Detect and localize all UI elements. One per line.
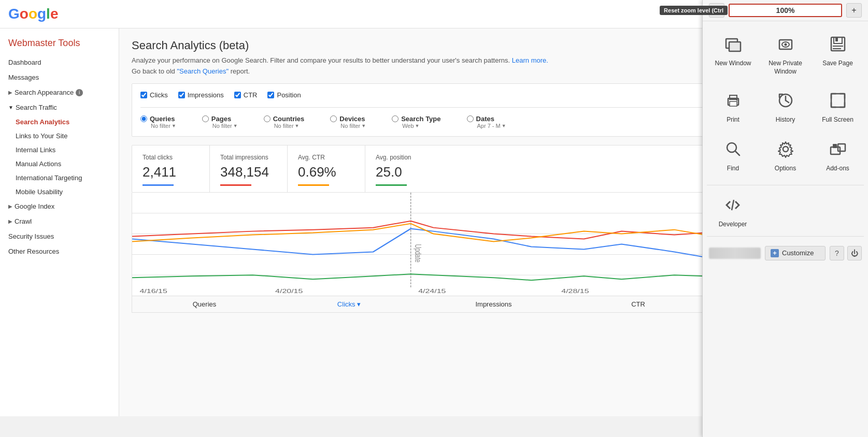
table-col-impressions[interactable]: Impressions bbox=[421, 300, 566, 308]
radio-pages[interactable] bbox=[202, 115, 209, 122]
radio-queries[interactable] bbox=[140, 115, 147, 122]
sidebar-item-mobile-usability[interactable]: Mobile Usability bbox=[0, 185, 119, 199]
svg-rect-18 bbox=[835, 37, 838, 41]
popup-item-add-ons[interactable]: Add-ons bbox=[812, 130, 864, 179]
google-logo: Google bbox=[8, 6, 58, 22]
popup-options-label: Options bbox=[775, 165, 796, 173]
sidebar-label-search-traffic: Search Traffic bbox=[16, 104, 57, 111]
customize-button[interactable]: + Customize bbox=[765, 246, 826, 260]
popup-item-new-private-window[interactable]: New Private Window bbox=[759, 25, 812, 82]
devices-dropdown-arrow: ▼ bbox=[361, 123, 366, 128]
radio-group-search-type: Search Type Web ▼ bbox=[392, 115, 440, 129]
search-type-filter[interactable]: Web ▼ bbox=[402, 123, 419, 129]
table-col-queries[interactable]: Queries bbox=[132, 300, 277, 308]
svg-text:Update: Update bbox=[414, 244, 423, 263]
stat-clicks-label: Total clicks bbox=[143, 154, 199, 161]
stat-avg-ctr: Avg. CTR 0.69% bbox=[288, 145, 365, 192]
radio-dates[interactable] bbox=[467, 115, 474, 122]
pages-filter[interactable]: No filter ▼ bbox=[212, 123, 238, 129]
sidebar-item-international-targeting[interactable]: International Targeting bbox=[0, 171, 119, 185]
queries-filter[interactable]: No filter ▼ bbox=[151, 123, 176, 129]
radio-search-type[interactable] bbox=[392, 115, 399, 122]
add-ons-icon bbox=[826, 137, 850, 162]
countries-dropdown-arrow: ▼ bbox=[295, 123, 300, 128]
sidebar-label-manual-actions: Manual Actions bbox=[16, 160, 61, 168]
popup-item-find[interactable]: Find bbox=[707, 130, 759, 179]
zoom-display[interactable]: 100% Reset zoom level (Ctrl bbox=[729, 4, 842, 17]
sidebar-item-manual-actions[interactable]: Manual Actions bbox=[0, 157, 119, 171]
print-icon bbox=[721, 88, 746, 113]
search-queries-link[interactable]: "Search Queries" bbox=[177, 67, 229, 75]
stat-position-label: Avg. position bbox=[376, 154, 433, 161]
sidebar-item-crawl[interactable]: ▶ Crawl bbox=[0, 214, 119, 229]
dates-filter[interactable]: Apr 7 - M ▼ bbox=[477, 123, 506, 129]
popup-item-history[interactable]: History bbox=[759, 82, 812, 130]
sidebar-label-international-targeting: International Targeting bbox=[16, 174, 82, 182]
new-private-window-icon bbox=[773, 32, 798, 56]
popup-divider bbox=[707, 185, 864, 185]
sidebar-item-search-traffic[interactable]: ▼ Search Traffic bbox=[0, 100, 119, 115]
sidebar-item-internal-links[interactable]: Internal Links bbox=[0, 143, 119, 157]
sidebar-item-security-issues[interactable]: Security Issues bbox=[0, 229, 119, 244]
zoom-value: 100% bbox=[776, 6, 795, 14]
zoom-decrease-button[interactable]: − bbox=[709, 3, 724, 18]
sidebar-item-search-analytics[interactable]: Search Analytics bbox=[0, 115, 119, 129]
popup-zoom-row: − 100% Reset zoom level (Ctrl + bbox=[703, 0, 868, 21]
sidebar-brand[interactable]: Webmaster Tools bbox=[0, 34, 119, 55]
sidebar-label-mobile-usability: Mobile Usability bbox=[16, 188, 63, 196]
checkbox-clicks[interactable]: Clicks bbox=[140, 91, 168, 99]
sidebar-label-security-issues: Security Issues bbox=[8, 232, 54, 240]
popup-full-screen-label: Full Screen bbox=[822, 116, 853, 124]
popup-grid: New Window New Private Window bbox=[703, 21, 868, 183]
arrow-right-google-index-icon: ▶ bbox=[8, 203, 12, 209]
popup-item-new-window[interactable]: New Window bbox=[707, 25, 759, 82]
radio-countries-label: Countries bbox=[273, 115, 305, 123]
power-button[interactable]: ⏻ bbox=[847, 246, 862, 260]
popup-item-print[interactable]: Print bbox=[707, 82, 759, 130]
stat-ctr-label: Avg. CTR bbox=[298, 154, 354, 161]
sidebar-item-google-index[interactable]: ▶ Google Index bbox=[0, 199, 119, 214]
radio-countries[interactable] bbox=[264, 115, 271, 122]
zoom-increase-button[interactable]: + bbox=[846, 3, 862, 18]
stat-clicks-underline bbox=[143, 184, 174, 186]
table-col-clicks[interactable]: Clicks ▾ bbox=[277, 300, 421, 308]
checkbox-impressions[interactable]: Impressions bbox=[178, 91, 224, 99]
learn-more-link[interactable]: Learn more. bbox=[512, 56, 548, 64]
sidebar: Webmaster Tools Dashboard Messages ▶ Sea… bbox=[0, 28, 119, 416]
checkbox-ctr-label: CTR bbox=[244, 91, 258, 99]
page-desc-text: Analyze your performance on Google Searc… bbox=[132, 56, 510, 64]
sidebar-item-other-resources[interactable]: Other Resources bbox=[0, 244, 119, 259]
svg-text:4/20/15: 4/20/15 bbox=[275, 288, 303, 294]
radio-devices[interactable] bbox=[330, 115, 337, 122]
checkbox-ctr[interactable]: CTR bbox=[234, 91, 258, 99]
popup-item-full-screen[interactable]: Full Screen bbox=[812, 82, 864, 130]
popup-item-developer[interactable]: Developer bbox=[707, 187, 759, 234]
info-icon: i bbox=[76, 89, 83, 96]
svg-line-35 bbox=[732, 200, 734, 210]
svg-line-30 bbox=[735, 151, 739, 155]
svg-point-24 bbox=[736, 99, 737, 101]
radio-group-queries: Queries No filter ▼ bbox=[140, 115, 176, 129]
developer-icon bbox=[720, 193, 745, 217]
dates-dropdown-arrow: ▼ bbox=[502, 123, 506, 128]
options-icon bbox=[773, 137, 798, 162]
table-col-ctr[interactable]: CTR bbox=[566, 300, 710, 308]
checkbox-position[interactable]: Position bbox=[267, 91, 301, 99]
svg-point-15 bbox=[784, 43, 787, 46]
devices-filter[interactable]: No filter ▼ bbox=[340, 123, 366, 129]
popup-item-options[interactable]: Options bbox=[759, 130, 812, 179]
sidebar-item-dashboard[interactable]: Dashboard bbox=[0, 55, 119, 70]
countries-filter[interactable]: No filter ▼ bbox=[274, 123, 300, 129]
arrow-right-crawl-icon: ▶ bbox=[8, 219, 12, 224]
radio-group-countries: Countries No filter ▼ bbox=[264, 115, 305, 129]
popup-item-save-page[interactable]: Save Page bbox=[812, 25, 864, 82]
stat-impressions-label: Total impressions bbox=[220, 154, 277, 161]
sidebar-item-links-to-your-site[interactable]: Links to Your Site bbox=[0, 129, 119, 143]
pages-dropdown-arrow: ▼ bbox=[233, 123, 238, 128]
sidebar-item-search-appearance[interactable]: ▶ Search Appearance i bbox=[0, 85, 119, 100]
stat-position-underline bbox=[376, 184, 407, 186]
sidebar-item-messages[interactable]: Messages bbox=[0, 70, 119, 85]
help-button[interactable]: ? bbox=[830, 246, 844, 260]
radio-pages-label: Pages bbox=[211, 115, 231, 123]
stat-total-impressions: Total impressions 348,154 bbox=[210, 145, 288, 192]
